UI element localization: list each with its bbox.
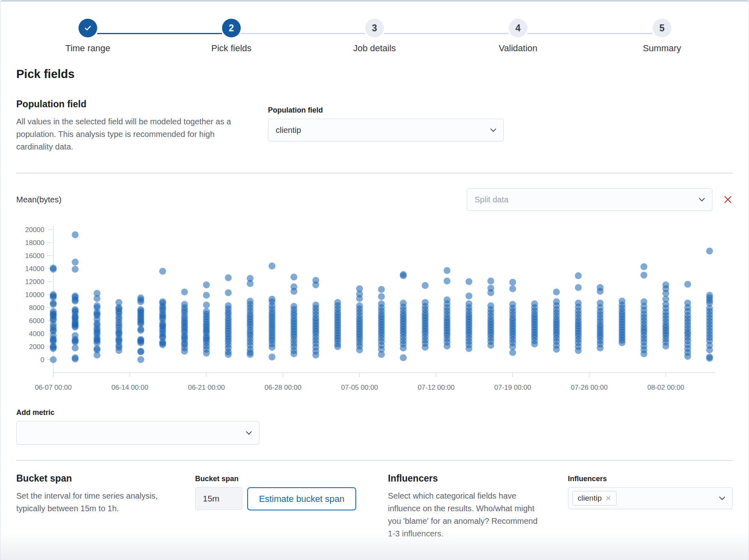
svg-text:06-14 00:00: 06-14 00:00 — [111, 384, 148, 391]
step-validation[interactable]: 4 Validation — [469, 19, 567, 54]
influencer-tag: clientip — [573, 491, 616, 506]
bucket-span-description: Set the interval for time series analysi… — [16, 490, 166, 515]
svg-text:12000: 12000 — [25, 278, 44, 286]
svg-text:16000: 16000 — [25, 252, 44, 260]
step-todo-circle[interactable]: 3 — [365, 19, 384, 37]
bucket-span-label: Bucket span — [195, 475, 364, 483]
estimate-bucket-span-button[interactable]: Estimate bucket span — [247, 487, 356, 510]
remove-metric-button[interactable] — [723, 195, 733, 204]
svg-text:6000: 6000 — [29, 317, 44, 325]
influencers-heading: Influencers — [388, 473, 544, 484]
step-todo-circle[interactable]: 5 — [653, 19, 671, 37]
scatter-chart-svg: 0200040006000800010000120001400016000180… — [16, 221, 734, 397]
population-heading: Population field — [16, 99, 249, 110]
influencers-label: Influencers — [568, 475, 733, 483]
step-job-details[interactable]: 3 Job details — [326, 19, 423, 54]
population-field-label: Population field — [268, 106, 504, 115]
svg-text:2000: 2000 — [29, 343, 44, 351]
influencers-combobox[interactable]: clientip — [568, 487, 733, 509]
step-label: Validation — [469, 43, 567, 54]
population-scatter-chart: 0200040006000800010000120001400016000180… — [16, 221, 733, 397]
svg-text:8000: 8000 — [29, 304, 44, 312]
svg-text:4000: 4000 — [29, 330, 44, 338]
add-metric-label: Add metric — [16, 408, 733, 417]
influencers-description: Select which categorical fields have inf… — [388, 490, 544, 540]
pick-fields-wizard-page: Time range 2 Pick fields 3 Job details 4… — [0, 0, 749, 560]
svg-text:07-05 00:00: 07-05 00:00 — [341, 384, 378, 391]
svg-text:18000: 18000 — [25, 239, 44, 247]
chevron-down-icon — [245, 429, 253, 436]
split-data-select[interactable]: Split data — [467, 188, 712, 211]
step-label: Pick fields — [183, 43, 280, 54]
step-summary[interactable]: 5 Summary — [613, 19, 711, 54]
check-icon — [83, 24, 92, 33]
step-complete-circle[interactable] — [78, 19, 97, 37]
section-divider — [16, 460, 733, 461]
svg-text:0: 0 — [41, 356, 44, 364]
svg-text:14000: 14000 — [25, 265, 44, 273]
svg-text:06-28 00:00: 06-28 00:00 — [265, 384, 302, 391]
bucket-span-input[interactable] — [195, 487, 242, 510]
step-label: Job details — [326, 43, 423, 54]
svg-text:07-19 00:00: 07-19 00:00 — [494, 384, 531, 391]
step-label: Summary — [613, 43, 711, 54]
section-divider — [16, 173, 733, 174]
bottom-settings-row: Bucket span Set the interval for time se… — [16, 473, 733, 540]
step-current-circle[interactable]: 2 — [222, 19, 241, 37]
svg-text:06-21 00:00: 06-21 00:00 — [188, 384, 225, 391]
population-field-value: clientip — [276, 126, 301, 135]
svg-text:07-26 00:00: 07-26 00:00 — [571, 384, 608, 391]
influencer-tag-text: clientip — [578, 494, 602, 503]
page-title: Pick fields — [16, 67, 733, 81]
chevron-down-icon — [490, 126, 497, 134]
remove-tag-icon[interactable] — [605, 495, 611, 501]
svg-text:10000: 10000 — [25, 291, 44, 299]
population-description: All values in the selected field will be… — [16, 115, 249, 153]
population-field-select[interactable]: clientip — [268, 119, 504, 141]
add-metric-select[interactable] — [16, 421, 259, 445]
step-pick-fields[interactable]: 2 Pick fields — [183, 19, 280, 54]
metric-title: Mean(bytes) — [16, 195, 61, 204]
chevron-down-icon — [719, 495, 726, 502]
svg-text:08-02 00:00: 08-02 00:00 — [647, 384, 684, 391]
metric-row: Mean(bytes) Split data — [16, 188, 733, 211]
svg-text:07-12 00:00: 07-12 00:00 — [418, 384, 455, 391]
svg-text:20000: 20000 — [25, 226, 44, 234]
chevron-down-icon — [698, 196, 705, 203]
wizard-stepper: Time range 2 Pick fields 3 Job details 4… — [0, 2, 749, 62]
step-time-range[interactable]: Time range — [39, 19, 137, 54]
step-todo-circle[interactable]: 4 — [509, 19, 527, 37]
split-data-placeholder: Split data — [475, 195, 508, 204]
bucket-span-heading: Bucket span — [16, 473, 166, 484]
step-label: Time range — [39, 43, 137, 54]
svg-text:06-07 00:00: 06-07 00:00 — [35, 384, 72, 391]
cross-icon — [723, 195, 733, 204]
population-field-section: Population field All values in the selec… — [16, 99, 733, 153]
